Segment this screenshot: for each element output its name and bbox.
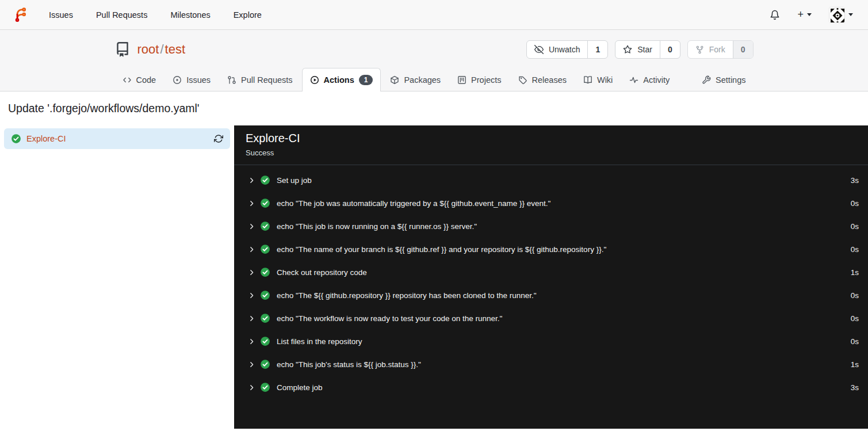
step-duration: 0s (851, 337, 859, 346)
navbar-links: Issues Pull Requests Milestones Explore (49, 10, 262, 20)
eye-slash-icon (534, 45, 544, 54)
check-circle-icon (260, 359, 270, 369)
star-button-group: Star 0 (615, 40, 680, 59)
check-circle-icon (260, 313, 270, 323)
tab-settings[interactable]: Settings (694, 69, 753, 91)
user-menu[interactable] (829, 7, 853, 23)
chevron-right-icon (248, 177, 255, 184)
tab-wiki[interactable]: Wiki (576, 69, 620, 91)
nav-link-issues[interactable]: Issues (49, 10, 73, 20)
jobs-sidebar: Explore-CI (0, 125, 234, 429)
tag-icon (518, 75, 527, 85)
nav-link-milestones[interactable]: Milestones (170, 10, 210, 20)
pull-request-icon (227, 75, 236, 85)
repo-name-link[interactable]: test (165, 42, 185, 56)
check-circle-icon (260, 244, 270, 254)
repo-owner-link[interactable]: root (137, 42, 159, 56)
step-duration: 1s (851, 268, 859, 277)
step-label: echo "The name of your branch is ${{ git… (277, 245, 606, 254)
step-duration: 1s (851, 360, 859, 369)
plus-icon: + (797, 9, 804, 21)
step-duration: 0s (851, 245, 859, 254)
step-row[interactable]: echo "The workflow is now ready to test … (234, 307, 868, 330)
chevron-right-icon (248, 269, 255, 276)
refresh-icon[interactable] (214, 134, 223, 143)
tab-releases[interactable]: Releases (511, 69, 574, 91)
tab-packages[interactable]: Packages (383, 69, 448, 91)
check-circle-icon (260, 221, 270, 231)
nav-link-pull-requests[interactable]: Pull Requests (96, 10, 147, 20)
check-circle-icon (11, 134, 21, 144)
tab-issues[interactable]: Issues (165, 69, 218, 91)
avatar (829, 7, 845, 23)
code-icon (123, 75, 132, 85)
book-icon (583, 75, 592, 85)
step-row[interactable]: echo "This job's status is ${{ job.statu… (234, 353, 868, 376)
step-duration: 3s (851, 383, 859, 392)
steps-list: Set up job 3s echo "The job was automati… (234, 165, 868, 399)
tab-pull-requests[interactable]: Pull Requests (220, 69, 300, 91)
repo-separator: / (160, 42, 163, 56)
star-icon (623, 45, 632, 54)
play-circle-icon (310, 75, 319, 85)
issue-icon (173, 75, 182, 85)
tab-projects[interactable]: Projects (450, 69, 508, 91)
repo-tabs: Code Issues Pull Requests (115, 68, 754, 91)
step-label: echo "This job is now running on a ${{ r… (277, 222, 477, 231)
chevron-right-icon (248, 223, 255, 230)
check-circle-icon (260, 267, 270, 277)
step-row[interactable]: List files in the repository 0s (234, 330, 868, 353)
top-navbar: Issues Pull Requests Milestones Explore … (0, 0, 868, 30)
chevron-right-icon (248, 315, 255, 322)
sidebar-job-explore-ci[interactable]: Explore-CI (4, 128, 230, 149)
create-new-button[interactable]: + (797, 9, 812, 21)
star-button[interactable]: Star (615, 41, 660, 58)
forgejo-logo[interactable] (13, 7, 28, 22)
step-label: List files in the repository (277, 337, 362, 346)
chevron-down-icon (848, 13, 853, 16)
actions-count-badge: 1 (359, 75, 373, 85)
step-label: echo "The workflow is now ready to test … (277, 314, 502, 323)
check-circle-icon (260, 336, 270, 346)
step-row[interactable]: echo "The ${{ github.repository }} repos… (234, 284, 868, 307)
repo-header: root/test Unwatch 1 (0, 30, 868, 91)
step-row[interactable]: Check out repository code 1s (234, 261, 868, 284)
job-name: Explore-CI (26, 134, 66, 143)
step-row[interactable]: echo "The job was automatically triggere… (234, 192, 868, 215)
step-row[interactable]: Complete job 3s (234, 376, 868, 399)
job-header: Explore-CI Success (234, 125, 868, 165)
job-status-text: Success (246, 148, 856, 157)
step-label: Complete job (277, 383, 323, 392)
chevron-down-icon (807, 13, 812, 16)
tab-actions[interactable]: Actions 1 (302, 68, 381, 91)
step-label: Set up job (277, 176, 312, 185)
chevron-right-icon (248, 384, 255, 391)
stars-count[interactable]: 0 (660, 41, 680, 58)
package-icon (390, 75, 399, 85)
check-circle-icon (260, 198, 270, 208)
fork-icon (695, 45, 704, 54)
check-circle-icon (260, 382, 270, 392)
page-title: Update '.forgejo/workflows/demo.yaml' (0, 91, 868, 125)
unwatch-button[interactable]: Unwatch (527, 41, 588, 58)
step-row[interactable]: Set up job 3s (234, 169, 868, 192)
step-duration: 0s (851, 291, 859, 300)
bell-icon[interactable] (770, 10, 780, 20)
tools-icon (702, 75, 711, 85)
nav-link-explore[interactable]: Explore (234, 10, 262, 20)
step-label: Check out repository code (277, 268, 367, 277)
repo-book-icon (115, 42, 130, 57)
watchers-count[interactable]: 1 (588, 41, 607, 58)
chevron-right-icon (248, 200, 255, 207)
navbar-right: + (770, 7, 853, 23)
check-circle-icon (260, 290, 270, 300)
tab-activity[interactable]: Activity (622, 69, 677, 91)
job-log-panel: Explore-CI Success Set up job 3s echo "T… (234, 125, 868, 429)
repo-action-buttons: Unwatch 1 Star 0 (526, 40, 754, 59)
step-row[interactable]: echo "This job is now running on a ${{ r… (234, 215, 868, 238)
chevron-right-icon (248, 338, 255, 345)
project-icon (457, 75, 466, 85)
step-row[interactable]: echo "The name of your branch is ${{ git… (234, 238, 868, 261)
check-circle-icon (260, 175, 270, 185)
tab-code[interactable]: Code (115, 69, 164, 91)
